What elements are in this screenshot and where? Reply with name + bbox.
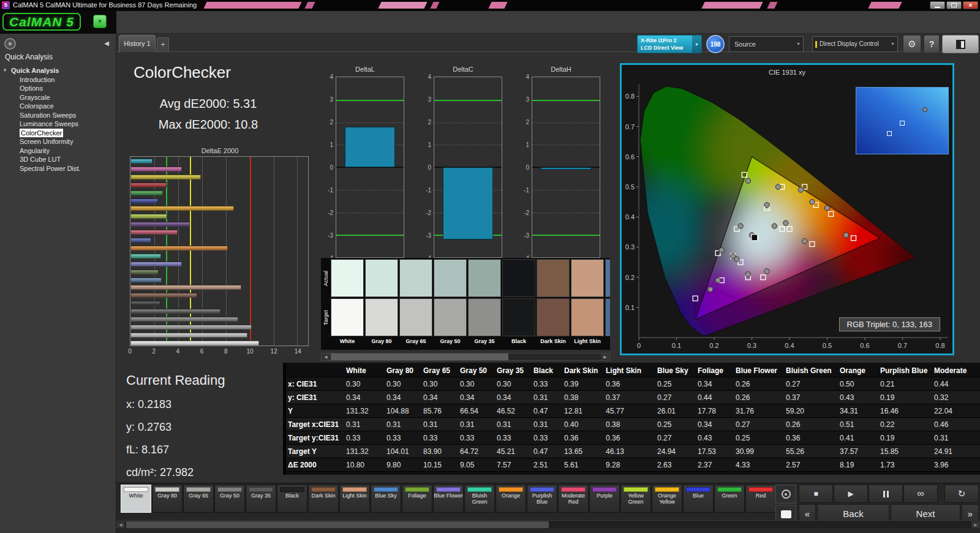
scrollbar-thumb[interactable] — [331, 353, 508, 360]
measured-circle-marker — [798, 187, 803, 192]
scroll-left-icon[interactable]: ◀ — [322, 353, 330, 360]
table-cell: 4.33 — [734, 458, 785, 471]
sidebar-item-label: Angularity — [20, 146, 50, 156]
patch-button-orange[interactable]: Orange — [496, 485, 526, 513]
reference-square-marker — [887, 131, 892, 136]
close-button[interactable]: × — [963, 1, 978, 9]
scrollbar-thumb[interactable] — [126, 521, 549, 528]
table-cell: 0.27 — [656, 431, 696, 444]
patch-button-black[interactable]: Black — [277, 485, 307, 513]
patch-button-foliage[interactable]: Foliage — [402, 485, 432, 513]
table-cell: 10.80 — [345, 458, 385, 471]
sidebar-item-angularity[interactable]: Angularity — [1, 146, 114, 156]
camera-dot-icon — [785, 493, 787, 496]
sidebar-item-grayscale[interactable]: Grayscale — [1, 93, 114, 102]
table-cell: 66.54 — [459, 404, 496, 417]
patch-button-green[interactable]: Green — [714, 485, 745, 513]
patch-button-yellow-green[interactable]: Yellow Green — [620, 485, 651, 513]
table-header-cell: Light Skin — [605, 364, 656, 377]
display-control-dropdown[interactable]: Direct Display Control ▼ — [812, 36, 898, 52]
patch-color-chip — [280, 487, 304, 492]
patch-label: Red — [746, 493, 775, 506]
avg-de2000: Avg dE2000: 5.31 — [129, 97, 288, 111]
patch-button-red[interactable]: Red — [745, 485, 776, 513]
sidebar-item-luminance-sweeps[interactable]: Luminance Sweeps — [1, 119, 114, 129]
patch-button-white[interactable]: White — [121, 485, 151, 513]
sync-button[interactable]: ↻ — [944, 485, 979, 503]
stop-button[interactable]: ■ — [799, 485, 833, 503]
swatch-scrollbar[interactable]: ◀ ▶ — [321, 353, 610, 361]
gridline — [336, 123, 404, 123]
swatch-actual-blue-sky — [605, 259, 610, 297]
sidebar-item-colorchecker[interactable]: ColorChecker — [1, 129, 114, 138]
svg-text:0.6: 0.6 — [625, 153, 635, 161]
meter-dropdown[interactable]: X-Rite i1Pro 2 LCD Direct View ▼ — [637, 35, 702, 53]
patch-label: Orange — [496, 493, 526, 506]
tab-history-1[interactable]: History 1 — [119, 35, 156, 52]
logo-menu-button[interactable]: ▼ — [93, 15, 107, 28]
sidebar-item-3d-cube-lut[interactable]: 3D Cube LUT — [1, 155, 114, 164]
patch-button-gray-50[interactable]: Gray 50 — [214, 485, 245, 513]
patch-button-blue-sky[interactable]: Blue Sky — [371, 485, 401, 513]
measurement-table: WhiteGray 80Gray 65Gray 50Gray 35BlackDa… — [283, 363, 980, 475]
workflow-options-button[interactable] — [4, 38, 16, 50]
cie-zoom-inset — [856, 87, 949, 154]
scroll-right-icon[interactable]: ▶ — [971, 521, 980, 528]
patch-button-purple[interactable]: Purple — [589, 485, 620, 513]
limit-line — [336, 235, 404, 236]
sidebar-item-screen-uniformity[interactable]: Screen Uniformity — [1, 137, 114, 146]
scroll-left-icon[interactable]: ◀ — [116, 521, 125, 528]
sidebar-item-saturation-sweeps[interactable]: Saturation Sweeps — [1, 111, 114, 120]
swatch-actual-black — [502, 259, 535, 297]
sidebar-collapse-button[interactable]: ◀ — [102, 39, 111, 48]
patch-button-gray-65[interactable]: Gray 65 — [183, 485, 214, 513]
patch-button-dark-skin[interactable]: Dark Skin — [308, 485, 339, 513]
patch-button-moderate-red[interactable]: Moderate Red — [558, 485, 589, 513]
maximize-button[interactable] — [946, 1, 962, 9]
actual-row-label: Actual — [321, 259, 330, 297]
minimize-icon — [935, 7, 940, 8]
patch-label: Gray 80 — [153, 493, 182, 506]
patch-label: Gray 65 — [184, 493, 213, 506]
gridline — [434, 123, 502, 123]
table-cell: 0.51 — [839, 418, 879, 431]
table-cell: 0.44 — [696, 391, 734, 404]
patch-button-bluish-green[interactable]: Bluish Green — [464, 485, 495, 513]
patch-button-purplish-blue[interactable]: Purplish Blue — [527, 485, 557, 513]
sidebar-item-introduction[interactable]: Introduction — [1, 75, 114, 85]
patch-button-orange-yellow[interactable]: Orange Yellow — [652, 485, 682, 513]
svg-text:0.1: 0.1 — [625, 304, 635, 311]
sidebar-item-options[interactable]: Options — [1, 84, 114, 93]
continuous-read-button[interactable]: ∞ — [903, 485, 938, 503]
sidebar-item-colorspace[interactable]: Colorspace — [1, 102, 114, 111]
table-cell: 0.25 — [656, 377, 696, 390]
patch-button-light-skin[interactable]: Light Skin — [339, 485, 370, 513]
camera-button[interactable] — [775, 485, 796, 504]
minimize-button[interactable] — [930, 1, 945, 9]
help-button[interactable]: ? — [924, 35, 940, 53]
add-tab-button[interactable]: + — [157, 37, 169, 51]
pause-button[interactable] — [869, 485, 903, 503]
patch-color-chip — [717, 487, 742, 492]
table-cell: 55.26 — [785, 445, 839, 458]
settings-button[interactable]: ⚙ — [903, 35, 921, 53]
patch-button-blue[interactable]: Blue — [683, 485, 714, 513]
deltae-bar-green — [130, 191, 163, 195]
source-dropdown[interactable]: Source ▼ — [729, 36, 804, 52]
bottom-scrollbar[interactable]: ◀ ▶ — [116, 520, 980, 528]
sidebar-item-quick-analysis[interactable]: ▾Quick Analysis — [1, 66, 114, 75]
tree-expand-icon[interactable]: ▾ — [4, 66, 10, 75]
table-header-cell: Blue Flower — [734, 364, 785, 377]
table-cell: 0.41 — [839, 431, 879, 444]
scroll-right-icon[interactable]: ▶ — [601, 353, 609, 360]
sidebar-item-label: Colorspace — [20, 102, 54, 111]
table-cell: 0.31 — [496, 418, 532, 431]
patch-button-gray-80[interactable]: Gray 80 — [152, 485, 183, 513]
patch-button-gray-35[interactable]: Gray 35 — [246, 485, 276, 513]
play-button[interactable]: ▶ — [834, 485, 868, 503]
measured-circle-marker — [772, 224, 777, 229]
patch-color-chip — [748, 487, 773, 492]
sidebar-item-spectral-power-dist[interactable]: Spectral Power Dist. — [1, 164, 114, 173]
patch-button-blue-flower[interactable]: Blue Flower — [433, 485, 464, 513]
panel-toggle-button[interactable] — [942, 35, 979, 53]
